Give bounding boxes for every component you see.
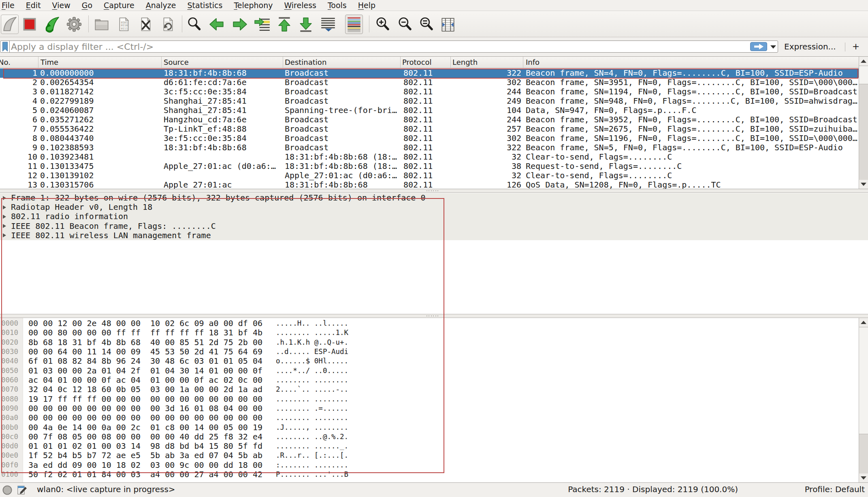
open-file-button[interactable] [93,15,111,34]
hex-row-0020[interactable]: 00208b 68 18 31 bf 4b 8b 68 40 00 85 51 … [0,338,859,347]
expand-arrow-icon[interactable] [3,196,6,200]
display-filter-input[interactable] [11,41,736,52]
capture-comment-icon[interactable] [17,485,28,497]
packet-row-8[interactable]: 80.0804437403e:f5:cc:0e:35:84Broadcast80… [0,134,859,143]
detail-row-0[interactable]: Frame 1: 322 bytes on wire (2576 bits), … [0,193,868,203]
column-header-time[interactable]: Time [41,57,58,68]
packet-list-scrollbar[interactable] [859,57,868,189]
detail-row-2[interactable]: 802.11 radio information [0,212,868,221]
column-divider[interactable] [38,57,38,68]
filter-history-caret[interactable] [770,45,776,49]
column-divider[interactable] [450,57,451,68]
packet-row-2[interactable]: 20.002654354d6:61:fe:cd:7a:6eBroadcast80… [0,78,859,87]
reload-file-button[interactable]: 010101100111 [159,15,177,34]
column-header-protocol[interactable]: Protocol [402,57,432,68]
menu-analyze[interactable]: Analyze [140,0,182,11]
scroll-down-arrow[interactable] [859,474,868,482]
hex-row-00f0[interactable]: 00f03a ed dd 09 00 10 18 02 03 00 9c 00 … [0,461,859,470]
go-back-button[interactable] [208,15,226,34]
hex-row-0030[interactable]: 003000 00 64 00 11 14 00 09 45 53 50 2d … [0,347,859,356]
detail-row-3[interactable]: IEEE 802.11 Beacon frame, Flags: .......… [0,222,868,231]
menu-help[interactable]: Help [352,0,381,11]
add-filter-button[interactable]: + [850,38,862,57]
go-to-packet-button[interactable] [254,15,271,34]
column-header-info[interactable]: Info [526,57,540,68]
packet-row-12[interactable]: 120.130139102Apple_27:01:ac (d0:a6:…802.… [0,171,859,180]
go-first-packet-button[interactable] [275,15,293,34]
packet-row-13[interactable]: 130.130315706Apple_27:01:ac18:31:bf:4b:8… [0,180,859,189]
go-last-packet-button[interactable] [297,15,315,34]
menu-tools[interactable]: Tools [322,0,352,11]
detail-row-1[interactable]: Radiotap Header v0, Length 18 [0,203,868,212]
hex-row-0040[interactable]: 00406f 01 08 82 84 8b 96 24 30 48 6c 03 … [0,356,859,366]
zoom-reset-button[interactable] [418,15,435,34]
packet-row-7[interactable]: 70.055536422Tp-LinkT_ef:48:88Broadcast80… [0,124,859,134]
column-header-length[interactable]: Length [452,57,478,68]
packet-row-9[interactable]: 90.10238859318:31:bf:4b:8b:68Broadcast80… [0,143,859,152]
stop-capture-button[interactable] [21,15,38,34]
hex-row-0070[interactable]: 007032 04 0c 12 18 60 0b 05 03 00 1a 00 … [0,385,859,394]
scroll-down-arrow[interactable] [859,180,868,189]
colorize-packets-button[interactable] [345,15,363,34]
hex-row-0080[interactable]: 008019 17 ff ff ff 00 00 00 00 00 00 00 … [0,395,859,404]
column-divider[interactable] [523,57,523,68]
hex-row-00b0[interactable]: 00b000 4a 0e 14 00 0a 00 2c 01 c8 00 14 … [0,423,859,432]
expand-arrow-icon[interactable] [3,224,6,228]
packet-row-5[interactable]: 50.024060087Shanghai_27:85:41Spanning-tr… [0,106,859,115]
pane-splitter-bottom[interactable] [0,314,868,318]
expression-button[interactable]: Expression... [784,38,836,57]
auto-scroll-button[interactable] [319,15,337,34]
go-forward-button[interactable] [231,15,249,34]
column-header-destination[interactable]: Destination [285,57,326,68]
scrollbar-thumb[interactable] [859,327,868,434]
hex-row-00c0[interactable]: 00c000 7f 08 05 00 08 00 00 00 00 40 dd … [0,432,859,442]
apply-filter-button[interactable] [750,42,767,51]
column-divider[interactable] [283,57,283,68]
hex-row-0100[interactable]: 010050 f2 02 01 01 84 00 03 a4 00 00 27 … [0,470,859,479]
restart-capture-button[interactable] [43,15,61,34]
scroll-up-arrow[interactable] [859,318,868,327]
column-divider[interactable] [400,57,401,68]
packet-row-1[interactable]: 10.00000000018:31:bf:4b:8b:68Broadcast80… [0,68,859,78]
resize-columns-button[interactable] [439,15,457,34]
hex-row-0060[interactable]: 0060ac 04 01 00 00 0f ac 04 01 00 00 0f … [0,375,859,385]
close-file-button[interactable] [137,15,155,34]
filter-bookmark-button[interactable] [0,41,10,52]
packet-row-3[interactable]: 30.0118271423c:f5:cc:0e:35:84Broadcast80… [0,87,859,96]
hex-pane-scrollbar[interactable] [859,318,868,482]
zoom-out-button[interactable] [396,15,414,34]
scroll-up-arrow[interactable] [859,57,868,66]
menu-statistics[interactable]: Statistics [182,0,228,11]
packet-row-11[interactable]: 110.130133475Apple_27:01:ac (d0:a6:…18:3… [0,162,859,171]
hex-row-0050[interactable]: 005001 03 00 00 2a 01 04 2f 01 04 30 14 … [0,366,859,375]
column-header-source[interactable]: Source [164,57,189,68]
detail-row-4[interactable]: IEEE 802.11 wireless LAN management fram… [0,231,868,240]
save-file-button[interactable]: 010101100111 [115,15,133,34]
menu-view[interactable]: View [47,0,76,11]
start-capture-button[interactable] [1,15,19,34]
hex-row-0010[interactable]: 001000 00 80 00 00 00 ff ff ff ff ff ff … [0,328,859,337]
pane-splitter-top[interactable] [0,189,868,193]
scrollbar-thumb[interactable] [859,66,868,84]
profile-text[interactable]: Profile: Default [805,483,865,497]
hex-row-00a0[interactable]: 00a000 00 00 00 00 00 00 00 00 00 00 00 … [0,413,859,422]
zoom-in-button[interactable] [374,15,392,34]
hex-row-00d0[interactable]: 00d001 01 01 02 01 00 03 14 98 d8 bd b4 … [0,442,859,451]
menu-capture[interactable]: Capture [98,0,140,11]
find-packet-button[interactable] [186,15,203,34]
column-divider[interactable] [161,57,162,68]
expert-info-icon[interactable] [2,484,13,497]
menu-go[interactable]: Go [76,0,98,11]
menu-edit[interactable]: Edit [20,0,47,11]
capture-options-button[interactable] [65,15,83,34]
hex-row-0090[interactable]: 009000 00 00 00 00 00 00 00 00 3d 16 01 … [0,404,859,413]
menu-telephony[interactable]: Telephony [228,0,278,11]
expand-arrow-icon[interactable] [3,233,6,237]
expand-arrow-icon[interactable] [3,205,6,209]
hex-row-00e0[interactable]: 00e01f 52 b4 b5 b7 72 ae e5 5b ab 3a ed … [0,451,859,460]
column-header-no[interactable]: No. [0,57,11,68]
hex-row-0000[interactable]: 000000 00 12 00 2e 48 00 00 10 02 6c 09 … [0,319,859,328]
packet-row-10[interactable]: 100.10392348118:31:bf:4b:8b:68 (18:…802.… [0,152,859,162]
packet-row-6[interactable]: 60.035271262Hangzhou_cd:7a:6eBroadcast80… [0,115,859,124]
expand-arrow-icon[interactable] [3,215,6,219]
